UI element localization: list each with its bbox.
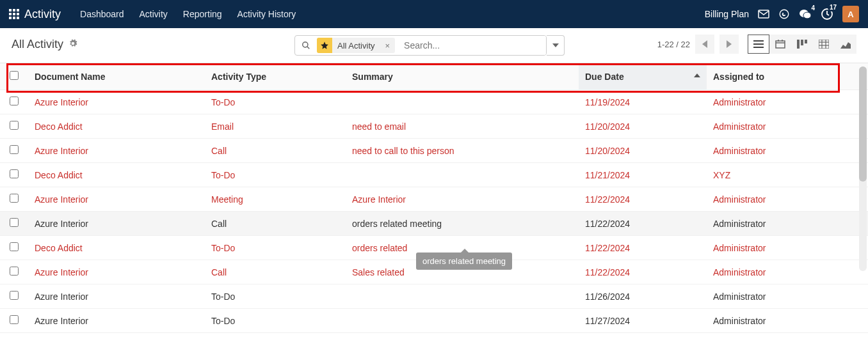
cell-assigned-to: XYZ: [707, 163, 868, 187]
pager-next-button[interactable]: [719, 35, 739, 54]
row-checkbox[interactable]: [10, 97, 19, 105]
row-checkbox[interactable]: [10, 169, 19, 178]
cell-activity-type: To-Do: [205, 309, 346, 333]
avatar[interactable]: A: [842, 6, 859, 22]
col-header-due-date[interactable]: Due Date: [579, 63, 707, 90]
vertical-scrollbar[interactable]: [859, 66, 867, 271]
col-header-assigned-to[interactable]: Assigned to: [707, 63, 868, 90]
table-row[interactable]: Azure InteriorTo-Do11/26/2024Administrat…: [0, 284, 868, 309]
chat-icon[interactable]: 4: [799, 8, 812, 20]
svg-rect-6: [9, 17, 12, 19]
cell-summary: orders related meeting: [346, 212, 579, 236]
clock-icon[interactable]: 17: [821, 8, 833, 20]
cell-document-name: Azure Interior: [28, 139, 205, 163]
cell-activity-type: Email: [205, 114, 346, 139]
col-header-document-name[interactable]: Document Name: [28, 63, 205, 90]
whatsapp-icon[interactable]: [778, 8, 790, 20]
right-controls: 1-22 / 22: [657, 35, 856, 54]
view-pivot-button[interactable]: [813, 35, 835, 54]
table-row[interactable]: Azure InteriorMeetingAzure Interior11/22…: [0, 187, 868, 212]
cell-activity-type: Call: [205, 212, 346, 236]
search-input[interactable]: [399, 36, 546, 55]
nav-link-activity-history[interactable]: Activity History: [230, 0, 304, 28]
brand-title[interactable]: Activity: [24, 8, 61, 21]
cell-assigned-to: Administrator: [707, 139, 868, 163]
search-dropdown-toggle[interactable]: [547, 35, 565, 56]
cell-activity-type: To-Do: [205, 284, 346, 309]
sort-asc-icon: [694, 72, 700, 82]
view-list-button[interactable]: [748, 35, 769, 54]
svg-point-12: [803, 12, 811, 19]
cell-summary: [346, 284, 579, 309]
nav-link-activity[interactable]: Activity: [132, 0, 175, 28]
cell-due-date: 11/26/2024: [579, 284, 707, 309]
cell-due-date: 11/22/2024: [579, 187, 707, 212]
row-checkbox[interactable]: [10, 194, 19, 203]
cell-document-name: Azure Interior: [28, 90, 205, 114]
select-all-checkbox[interactable]: [10, 71, 19, 80]
col-header-activity-type[interactable]: Activity Type: [205, 63, 346, 90]
facet-remove-button[interactable]: ×: [380, 41, 396, 51]
control-row: All Activity All Activity × 1-22 / 22: [0, 28, 868, 63]
nav-right: Billing Plan 4 17 A: [705, 6, 859, 22]
row-checkbox[interactable]: [10, 121, 19, 130]
cell-assigned-to: Administrator: [707, 114, 868, 139]
cell-due-date: 11/19/2024: [579, 90, 707, 114]
svg-rect-26: [819, 40, 829, 49]
svg-rect-16: [753, 40, 764, 42]
apps-icon[interactable]: [9, 9, 19, 19]
view-graph-button[interactable]: [835, 35, 856, 54]
cell-due-date: 11/21/2024: [579, 163, 707, 187]
svg-rect-1: [13, 9, 15, 12]
col-header-summary[interactable]: Summary: [346, 63, 579, 90]
table-row[interactable]: Azure InteriorCallorders related meeting…: [0, 212, 868, 236]
summary-tooltip: orders related meeting: [416, 253, 512, 270]
table-row[interactable]: Deco AddictTo-Do11/21/2024XYZ: [0, 163, 868, 187]
cell-summary: need to call to this person: [346, 139, 579, 163]
nav-links: Dashboard Activity Reporting Activity Hi…: [72, 0, 303, 28]
nav-link-reporting[interactable]: Reporting: [175, 0, 230, 28]
svg-rect-7: [13, 17, 15, 19]
col-header-due-date-label: Due Date: [585, 72, 624, 82]
cell-activity-type: To-Do: [205, 90, 346, 114]
svg-point-10: [780, 10, 789, 19]
gear-icon[interactable]: [68, 39, 77, 50]
billing-plan-link[interactable]: Billing Plan: [705, 9, 749, 19]
page-title: All Activity: [12, 38, 63, 51]
cell-activity-type: Meeting: [205, 187, 346, 212]
cell-due-date: 11/22/2024: [579, 236, 707, 260]
row-checkbox[interactable]: [10, 315, 19, 324]
cell-assigned-to: Administrator: [707, 90, 868, 114]
svg-line-15: [307, 47, 310, 49]
cell-assigned-to: Administrator: [707, 212, 868, 236]
row-checkbox[interactable]: [10, 218, 19, 227]
top-nav: Activity Dashboard Activity Reporting Ac…: [0, 0, 868, 28]
svg-point-14: [303, 42, 308, 47]
search-icon[interactable]: [295, 41, 317, 50]
view-kanban-button[interactable]: [791, 35, 813, 54]
cell-summary: Azure Interior: [346, 187, 579, 212]
cell-activity-type: To-Do: [205, 163, 346, 187]
view-calendar-button[interactable]: [769, 35, 791, 54]
mail-icon[interactable]: [758, 10, 769, 19]
table-row[interactable]: Deco AddictEmailneed to email11/20/2024A…: [0, 114, 868, 139]
table-row[interactable]: Azure InteriorTo-Do11/27/2024Administrat…: [0, 309, 868, 333]
cell-document-name: Deco Addict: [28, 236, 205, 260]
chat-count-badge: 4: [809, 4, 817, 12]
svg-rect-4: [13, 13, 15, 15]
nav-link-dashboard[interactable]: Dashboard: [72, 0, 132, 28]
pager-text: 1-22 / 22: [657, 40, 690, 49]
row-checkbox[interactable]: [10, 242, 19, 251]
scrollbar-thumb[interactable]: [859, 66, 867, 182]
table-wrap: Document Name Activity Type Summary Due …: [0, 63, 868, 340]
cell-summary: [346, 90, 579, 114]
pager-prev-button[interactable]: [695, 35, 714, 54]
cell-document-name: Deco Addict: [28, 163, 205, 187]
table-row[interactable]: Azure InteriorTo-Do11/19/2024Administrat…: [0, 90, 868, 114]
row-checkbox[interactable]: [10, 145, 19, 154]
row-checkbox[interactable]: [10, 291, 19, 300]
cell-document-name: Azure Interior: [28, 309, 205, 333]
svg-rect-19: [776, 41, 785, 48]
table-row[interactable]: Azure InteriorCallneed to call to this p…: [0, 139, 868, 163]
row-checkbox[interactable]: [10, 267, 19, 276]
